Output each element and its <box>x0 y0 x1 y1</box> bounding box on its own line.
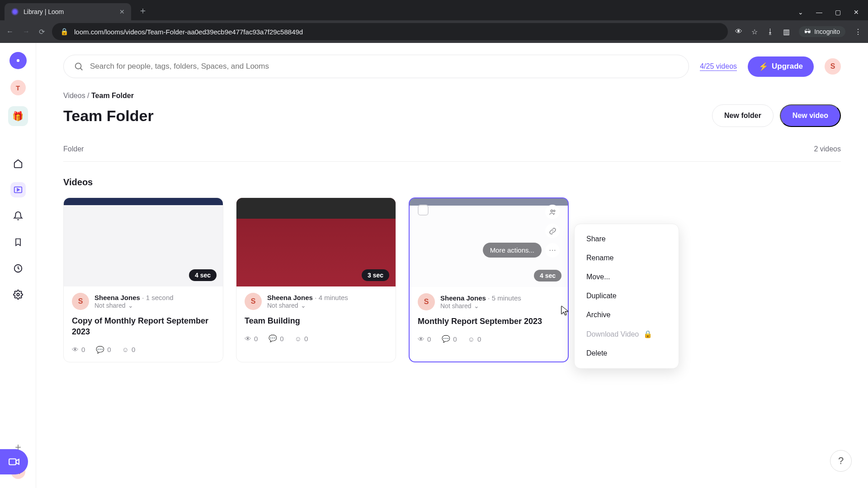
lock-icon: 🔒 <box>643 330 652 338</box>
library-icon[interactable] <box>10 182 26 197</box>
video-grid: 4 sec S Sheena Jones · 1 second Not shar… <box>63 197 841 362</box>
left-rail: T 🎁 ＋ A <box>0 43 36 488</box>
share-status[interactable]: Not shared⌄ <box>267 302 348 309</box>
notifications-icon[interactable] <box>10 208 26 224</box>
duration-badge: 4 sec <box>189 269 217 281</box>
video-thumbnail[interactable]: 3 sec <box>236 198 396 286</box>
video-thumbnail[interactable]: More actions... ⋯ 4 sec <box>410 198 568 287</box>
video-thumbnail[interactable]: 4 sec <box>64 198 223 286</box>
browser-tab[interactable]: Library | Loom ✕ <box>5 3 131 20</box>
select-checkbox[interactable] <box>418 205 429 216</box>
ctx-delete[interactable]: Delete <box>575 344 679 363</box>
help-button[interactable]: ? <box>830 450 852 472</box>
author-avatar: S <box>245 293 262 310</box>
emoji-icon: ☺ <box>122 346 129 353</box>
workspace-avatar[interactable]: T <box>10 80 26 95</box>
breadcrumb-root[interactable]: Videos <box>63 92 85 99</box>
search-box[interactable] <box>63 55 689 78</box>
video-card[interactable]: More actions... ⋯ 4 sec S Sheena Jones ·… <box>409 197 569 362</box>
chevron-down-icon: ⌄ <box>128 302 133 309</box>
address-bar[interactable]: 🔒 loom.com/looms/videos/Team-Folder-aa0e… <box>52 23 728 40</box>
back-icon[interactable]: ← <box>6 28 14 36</box>
ctx-rename[interactable]: Rename <box>575 249 679 267</box>
video-title: Copy of Monthly Report September 2023 <box>72 315 215 338</box>
more-actions-button[interactable]: ⋯ <box>545 243 560 258</box>
link-icon[interactable] <box>545 224 560 238</box>
emoji-icon: ☺ <box>468 335 475 343</box>
incognito-icon: 🕶 <box>804 28 811 35</box>
author-avatar: S <box>418 293 435 310</box>
video-card[interactable]: 4 sec S Sheena Jones · 1 second Not shar… <box>63 197 223 362</box>
tab-title: Library | Loom <box>24 8 64 15</box>
incognito-badge[interactable]: 🕶 Incognito <box>799 26 845 37</box>
minimize-icon[interactable]: ― <box>816 9 822 16</box>
author-avatar: S <box>72 293 89 310</box>
reload-icon[interactable]: ⟳ <box>39 28 45 36</box>
forward-icon: → <box>23 28 30 36</box>
browser-tabstrip: Library | Loom ✕ ＋ ⌄ ― ▢ ✕ <box>0 0 868 20</box>
search-icon <box>74 61 84 71</box>
new-video-button[interactable]: New video <box>780 104 841 127</box>
author-name: Sheena Jones <box>267 294 313 301</box>
time-ago: 4 minutes <box>319 294 348 301</box>
browser-toolbar: ← → ⟳ 🔒 loom.com/looms/videos/Team-Folde… <box>0 20 868 43</box>
more-actions-tooltip: More actions... <box>483 243 542 258</box>
loom-logo-icon[interactable] <box>9 52 27 69</box>
kebab-menu-icon[interactable]: ⋮ <box>854 28 862 36</box>
comment-icon: 💬 <box>442 335 450 343</box>
svg-point-7 <box>553 210 555 211</box>
new-tab-button[interactable]: ＋ <box>138 5 147 17</box>
breadcrumb-current: Team Folder <box>91 92 134 99</box>
home-icon[interactable] <box>10 156 26 171</box>
ctx-move[interactable]: Move... <box>575 267 679 286</box>
lock-icon: 🔒 <box>60 28 69 36</box>
ctx-archive[interactable]: Archive <box>575 305 679 324</box>
bookmark-icon[interactable] <box>10 235 26 250</box>
svg-rect-4 <box>9 459 16 465</box>
section-label: Folder <box>63 145 84 153</box>
profile-avatar[interactable]: S <box>825 58 841 75</box>
ctx-duplicate[interactable]: Duplicate <box>575 286 679 305</box>
svg-point-5 <box>75 63 81 69</box>
downloads-icon[interactable]: ⭳ <box>767 28 774 36</box>
svg-point-6 <box>551 210 552 211</box>
chevron-down-icon: ⌄ <box>301 302 306 309</box>
record-button[interactable] <box>0 449 28 474</box>
gift-icon[interactable]: 🎁 <box>8 106 28 126</box>
settings-gear-icon[interactable] <box>10 287 26 302</box>
duration-badge: 3 sec <box>362 269 389 281</box>
eye-off-icon[interactable]: 👁 <box>735 28 742 36</box>
share-status[interactable]: Not shared⌄ <box>94 302 174 309</box>
people-icon[interactable] <box>545 205 560 219</box>
close-window-icon[interactable]: ✕ <box>854 9 859 16</box>
video-card[interactable]: 3 sec S Sheena Jones · 4 minutes Not sha… <box>236 197 396 362</box>
sidepanel-icon[interactable]: ▥ <box>783 28 790 36</box>
section-count: 2 videos <box>814 145 841 153</box>
bookmark-star-icon[interactable]: ☆ <box>751 28 758 36</box>
time-ago: 5 minutes <box>492 294 521 302</box>
breadcrumb-sep: / <box>87 92 89 99</box>
ctx-share[interactable]: Share <box>575 230 679 249</box>
ctx-download[interactable]: Download Video 🔒 <box>575 324 679 344</box>
maximize-icon[interactable]: ▢ <box>835 9 841 16</box>
upgrade-button[interactable]: ⚡ Upgrade <box>748 56 814 77</box>
share-status[interactable]: Not shared⌄ <box>440 302 521 310</box>
tab-search-icon[interactable]: ⌄ <box>798 9 803 16</box>
video-title: Team Building <box>245 315 387 326</box>
chevron-down-icon: ⌄ <box>474 302 479 310</box>
upgrade-label: Upgrade <box>772 62 803 71</box>
duration-badge: 4 sec <box>534 270 561 282</box>
eye-icon: 👁 <box>72 346 79 353</box>
page-title: Team Folder <box>63 107 154 125</box>
close-tab-icon[interactable]: ✕ <box>119 8 125 15</box>
author-name: Sheena Jones <box>94 294 140 301</box>
comment-icon: 💬 <box>269 334 277 343</box>
search-input[interactable] <box>90 62 679 71</box>
video-title: Monthly Report September 2023 <box>418 316 560 327</box>
loom-favicon-icon <box>11 8 19 16</box>
svg-marker-1 <box>17 188 19 191</box>
new-folder-button[interactable]: New folder <box>712 104 774 127</box>
video-quota-link[interactable]: 4/25 videos <box>700 62 737 71</box>
history-icon[interactable] <box>10 261 26 276</box>
incognito-label: Incognito <box>814 28 840 35</box>
